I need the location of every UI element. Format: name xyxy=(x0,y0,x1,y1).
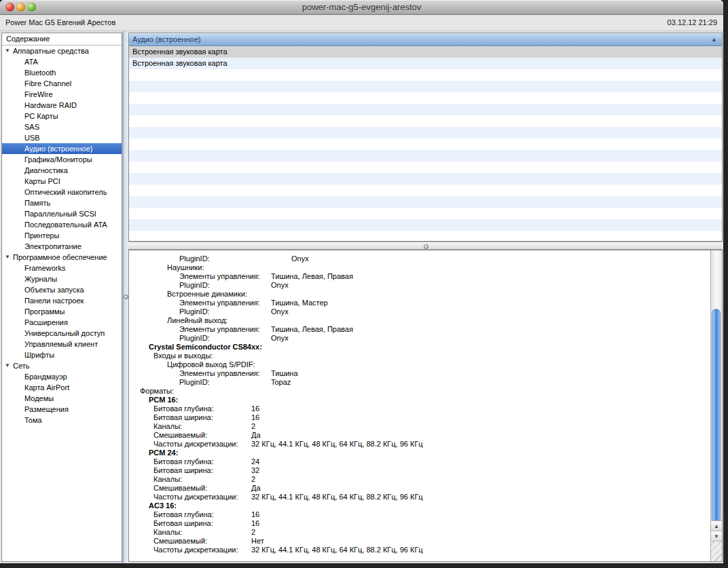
sidebar-item-label: Журналы xyxy=(24,275,57,283)
sidebar-item[interactable]: Bluetooth xyxy=(2,67,122,78)
table-row-empty xyxy=(129,231,722,242)
detail-line-label: Каналы: xyxy=(153,422,182,430)
detail-line-value: Тишина, Мастер xyxy=(271,299,328,307)
detail-line: Наушники: xyxy=(129,263,710,272)
table-column-header[interactable]: Аудио (встроенное) ▲ xyxy=(129,33,722,46)
sidebar-item[interactable]: Карта AirPort xyxy=(2,382,122,393)
system-profiler-window: power-mac-g5-evgenij-arestov Power Mac G… xyxy=(0,0,723,563)
table-row-empty xyxy=(129,208,722,219)
sidebar-item[interactable]: ATA xyxy=(2,56,122,67)
detail-line: Смешиваемый:Нет xyxy=(129,537,710,546)
sidebar-item-label: ATA xyxy=(24,58,38,66)
detail-line-value: Onyx xyxy=(291,254,309,263)
detail-line-value: Тишина xyxy=(271,369,298,378)
sidebar-item[interactable]: ▼Аппаратные средства xyxy=(2,45,122,56)
sidebar-item-label: PC Карты xyxy=(24,112,58,120)
detail-line-label: Crystal Semiconductor CS84xx: xyxy=(149,343,262,351)
sidebar-item[interactable]: Последовательный ATA xyxy=(2,219,122,230)
detail-line-label: Элементы управления: xyxy=(179,299,260,307)
table-row[interactable]: Встроенная звуковая карта xyxy=(129,58,722,69)
sidebar-item[interactable]: Fibre Channel xyxy=(2,78,122,89)
detail-line: Элементы управления:Тишина, Левая, Права… xyxy=(129,325,710,334)
sidebar-item-label: Последовательный ATA xyxy=(24,221,107,229)
detail-line: Частоты дискретизации:32 КГц, 44.1 КГц, … xyxy=(129,493,710,501)
detail-line-value: Onyx xyxy=(271,281,289,290)
sidebar-item[interactable]: Тома xyxy=(2,415,122,425)
scroll-down-icon: ▼ xyxy=(714,533,719,539)
sidebar-item[interactable]: Шрифты xyxy=(2,349,122,360)
splitter-handle-icon[interactable] xyxy=(424,244,429,249)
sidebar-item[interactable]: Память xyxy=(2,197,122,208)
vertical-splitter[interactable] xyxy=(122,31,128,563)
detail-line-label: Частоты дискретизации: xyxy=(153,493,238,501)
table-row-empty xyxy=(129,69,722,81)
sidebar-item[interactable]: SAS xyxy=(2,121,122,132)
detail-text: Элементы управления: Тишина, Левая, Прав… xyxy=(129,252,710,561)
sidebar-item-label: Bluetooth xyxy=(24,69,56,77)
sidebar-item[interactable]: Программы xyxy=(2,306,122,317)
horizontal-splitter[interactable] xyxy=(128,242,723,250)
sidebar-item[interactable]: Объекты запуска xyxy=(2,284,122,295)
detail-line: Смешиваемый:Да xyxy=(129,484,710,493)
scroll-down-button[interactable]: ▼ xyxy=(711,531,722,542)
detail-line-label: Цифровой выход S/PDIF: xyxy=(167,360,255,368)
sidebar-item[interactable]: Электропитание xyxy=(2,241,122,252)
disclosure-triangle-icon[interactable]: ▼ xyxy=(5,360,13,371)
table-row-empty xyxy=(129,138,722,150)
disclosure-triangle-icon[interactable]: ▼ xyxy=(5,45,13,56)
detail-line-value: Да xyxy=(251,484,261,493)
sidebar-item[interactable]: Карты PCI xyxy=(2,176,122,187)
disclosure-triangle-icon[interactable]: ▼ xyxy=(5,252,13,263)
sidebar-item[interactable]: Журналы xyxy=(2,273,122,284)
sidebar-item-label: Программное обеспечение xyxy=(13,253,107,261)
detail-line: Форматы: xyxy=(129,387,710,396)
vertical-scrollbar[interactable]: ▲ ▼ xyxy=(710,250,722,561)
detail-line-value: Onyx xyxy=(271,334,289,343)
zoom-button[interactable] xyxy=(27,3,36,12)
sidebar-item[interactable]: Frameworks xyxy=(2,263,122,273)
table-row-empty xyxy=(129,196,722,208)
sidebar-item[interactable]: FireWire xyxy=(2,89,122,100)
table-row-empty xyxy=(129,162,722,173)
table-row[interactable]: Встроенная звуковая карта xyxy=(129,46,722,58)
detail-line: PluginID:Topaz xyxy=(129,378,710,387)
sidebar-item[interactable]: Управляемый клиент xyxy=(2,339,122,349)
sidebar-item[interactable]: Диагностика xyxy=(2,165,122,176)
sidebar-item-label: Тома xyxy=(24,416,42,424)
sidebar-item-label: Брандмауэр xyxy=(24,373,67,381)
close-button[interactable] xyxy=(5,3,14,12)
sidebar-item[interactable]: Панели настроек xyxy=(2,295,122,306)
sidebar-item-label: Объекты запуска xyxy=(24,286,84,294)
sidebar-item[interactable]: Параллельный SCSI xyxy=(2,208,122,219)
datetime-label: 03.12.12 21:29 xyxy=(668,15,717,31)
sidebar-item[interactable]: Модемы xyxy=(2,393,122,404)
table-row-empty xyxy=(129,127,722,138)
sidebar-item[interactable]: ▼Сеть xyxy=(2,360,122,371)
detail-line-value: 16 xyxy=(251,519,259,528)
scroll-up-button[interactable]: ▲ xyxy=(711,520,722,531)
sidebar-item[interactable]: Брандмауэр xyxy=(2,371,122,382)
detail-line-label: Битовая ширина: xyxy=(153,466,213,474)
sidebar-item-label: Программы xyxy=(24,307,65,316)
splitter-handle-icon[interactable] xyxy=(124,295,128,299)
sidebar-item[interactable]: Аудио (встроенное) xyxy=(2,143,122,154)
title-bar[interactable]: power-mac-g5-evgenij-arestov xyxy=(0,0,723,15)
detail-line-value: 32 КГц, 44.1 КГц, 48 КГц, 64 КГц, 88.2 К… xyxy=(251,493,423,501)
scrollbar-thumb[interactable] xyxy=(712,309,721,523)
minimize-button[interactable] xyxy=(16,3,25,12)
sidebar-item[interactable]: Hardware RAID xyxy=(2,100,122,111)
sidebar-item[interactable]: Расширения xyxy=(2,317,122,328)
sidebar-item-label: Оптический накопитель xyxy=(24,188,107,196)
sidebar-item[interactable]: Универсальный доступ xyxy=(2,328,122,339)
sidebar-item[interactable]: Графика/Мониторы xyxy=(2,154,122,165)
sidebar-item[interactable]: Принтеры xyxy=(2,230,122,241)
sidebar-item[interactable]: Размещения xyxy=(2,404,122,415)
sidebar-item[interactable]: USB xyxy=(2,132,122,143)
window-resize-grip[interactable] xyxy=(711,541,722,561)
table-row-empty xyxy=(129,150,722,162)
detail-line-label: PluginID: xyxy=(179,254,210,263)
sidebar-item[interactable]: Оптический накопитель xyxy=(2,187,122,197)
sidebar-item[interactable]: PC Карты xyxy=(2,111,122,121)
table-column-header-label: Аудио (встроенное) xyxy=(132,35,200,43)
sidebar-item[interactable]: ▼Программное обеспечение xyxy=(2,252,122,263)
